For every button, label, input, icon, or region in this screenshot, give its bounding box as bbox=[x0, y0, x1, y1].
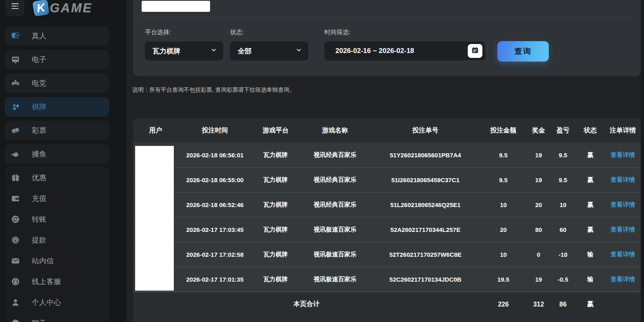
table-row: 2026-02-18 06:55:00 瓦力棋牌 视讯经典百家乐 51I2602… bbox=[133, 168, 641, 192]
sidebar-item[interactable]: 真人 bbox=[5, 26, 109, 46]
redacted-field bbox=[142, 1, 210, 12]
status-select-value: 全部 bbox=[238, 46, 252, 56]
platform-select-value: 瓦力棋牌 bbox=[153, 46, 180, 56]
svg-text:¥: ¥ bbox=[14, 238, 17, 242]
sidebar-item[interactable]: 捕鱼 bbox=[5, 144, 109, 164]
fish-icon bbox=[11, 149, 20, 159]
cell-platform: 瓦力棋牌 bbox=[252, 192, 299, 217]
gamepad-icon bbox=[11, 78, 20, 88]
cell-status: 赢 bbox=[576, 168, 605, 192]
sidebar-item-label: 站内信 bbox=[32, 256, 54, 266]
status-filter-group: 状态: 全部 bbox=[230, 29, 308, 60]
cell-game: 视讯经典百家乐 bbox=[299, 192, 371, 217]
cell-profit: -10 bbox=[550, 242, 576, 267]
sidebar-item[interactable]: 个人中心 bbox=[5, 292, 109, 313]
cell-order: 51L260218065246Q25E1 bbox=[371, 192, 480, 217]
cell-amount: 10 bbox=[480, 242, 527, 267]
platform-label: 平台选择: bbox=[145, 29, 223, 36]
col-header-game: 游戏名称 bbox=[299, 118, 371, 143]
cell-order: 52A260217170344L257E bbox=[371, 217, 480, 242]
view-detail-link[interactable]: 查看详情 bbox=[611, 151, 635, 158]
sidebar-item-label: 捕鱼 bbox=[32, 149, 46, 159]
sidebar-item[interactable]: 优惠 bbox=[5, 167, 109, 188]
withdraw-icon: ¥ bbox=[11, 235, 20, 245]
cell-bet-time: 2026-02-18 06:55:00 bbox=[178, 168, 252, 192]
sidebar-item[interactable]: 彩票 bbox=[5, 121, 109, 140]
cell-profit: 9.5 bbox=[550, 143, 576, 168]
bet-records-table: 用户 投注时间 游戏平台 游戏名称 投注单号 投注金额 奖金 盈亏 状态 注单详… bbox=[133, 118, 641, 316]
cell-game: 视讯经典百家乐 bbox=[299, 168, 371, 192]
view-detail-link[interactable]: 查看详情 bbox=[611, 276, 635, 282]
sidebar-item-label: 彩票 bbox=[32, 126, 46, 135]
cell-order: 51Y260218065601PB7A4 bbox=[371, 143, 480, 168]
sidebar-item-label: 真人 bbox=[32, 31, 46, 41]
table-row: 2026-02-17 17:02:58 瓦力棋牌 视讯极速百家乐 52T2602… bbox=[133, 242, 641, 267]
cell-amount: 9.5 bbox=[480, 143, 527, 168]
cards-icon bbox=[11, 31, 20, 41]
cell-profit: 60 bbox=[550, 217, 576, 242]
table-row: 2026-02-18 06:56:01 瓦力棋牌 视讯经典百家乐 51Y2602… bbox=[133, 143, 641, 168]
menu-toggle-button[interactable] bbox=[6, 0, 24, 16]
bet-records-table-panel: 用户 投注时间 游戏平台 游戏名称 投注单号 投注金额 奖金 盈亏 状态 注单详… bbox=[133, 118, 641, 322]
chevron-down-icon bbox=[296, 47, 302, 55]
time-filter-group: 时间筛选: 2026-02-16 ~ 2026-02-18 bbox=[324, 29, 485, 60]
slot-icon: 777 bbox=[11, 55, 20, 64]
cell-game: 视讯经典百家乐 bbox=[299, 143, 371, 168]
right-edge-strip bbox=[641, 0, 644, 322]
cell-bet-time: 2026-02-17 17:02:58 bbox=[178, 242, 252, 267]
cell-game: 视讯极速百家乐 bbox=[299, 267, 371, 292]
cell-status: 赢 bbox=[576, 217, 605, 242]
status-select[interactable]: 全部 bbox=[230, 42, 308, 60]
sidebar-item[interactable]: 转账 bbox=[5, 209, 109, 229]
hamburger-icon bbox=[10, 1, 20, 13]
col-header-bet-time: 投注时间 bbox=[178, 118, 252, 143]
cell-order: 51I260218065459C37C1 bbox=[371, 168, 480, 192]
status-label: 状态: bbox=[230, 29, 308, 36]
cell-prize: 19 bbox=[527, 168, 550, 192]
sidebar-item-label: 棋牌 bbox=[32, 102, 46, 112]
redacted-user-column bbox=[135, 146, 174, 291]
chat-icon bbox=[11, 318, 20, 322]
logo-k-tile: K bbox=[33, 0, 50, 16]
cell-bet-time: 2026-02-17 17:03:45 bbox=[178, 217, 252, 242]
cell-status: 赢 bbox=[576, 192, 605, 217]
sidebar-item-label: 提款 bbox=[32, 235, 46, 245]
sidebar-item[interactable]: 线上客服 bbox=[5, 271, 109, 292]
view-detail-link[interactable]: 查看详情 bbox=[611, 251, 635, 258]
sidebar-item[interactable]: 棋牌 bbox=[5, 97, 109, 117]
ticket-icon bbox=[11, 126, 20, 135]
summary-profit: 86 bbox=[550, 292, 576, 316]
wallet-icon bbox=[11, 194, 20, 203]
query-button[interactable]: 查询 bbox=[497, 41, 549, 62]
query-note: 说明：所有平台查询不包括彩票, 查询彩票请下拉筛选单独查询。 bbox=[132, 86, 295, 94]
view-detail-link[interactable]: 查看详情 bbox=[611, 201, 635, 208]
cell-prize: 20 bbox=[527, 192, 550, 217]
transfer-icon bbox=[11, 214, 20, 224]
calendar-picker-button[interactable] bbox=[468, 44, 482, 58]
calendar-icon bbox=[471, 46, 480, 57]
sidebar-header: K GAME bbox=[0, 0, 126, 20]
cell-platform: 瓦力棋牌 bbox=[252, 143, 299, 168]
sidebar-item[interactable]: ¥ 提款 bbox=[5, 229, 109, 250]
date-range-input[interactable]: 2026-02-16 ~ 2026-02-18 bbox=[324, 42, 485, 60]
cell-platform: 瓦力棋牌 bbox=[252, 242, 299, 267]
cell-prize: 19 bbox=[527, 267, 550, 292]
chevron-down-icon bbox=[211, 47, 217, 55]
sidebar-item[interactable]: 聊天 bbox=[5, 313, 109, 322]
cell-status: 输 bbox=[576, 267, 605, 292]
sidebar-item-label: 线上客服 bbox=[32, 277, 61, 287]
table-header-row: 用户 投注时间 游戏平台 游戏名称 投注单号 投注金额 奖金 盈亏 状态 注单详… bbox=[133, 118, 641, 143]
sidebar-item-label: 聊天 bbox=[32, 318, 46, 322]
platform-select[interactable]: 瓦力棋牌 bbox=[145, 42, 223, 60]
sidebar-item-label: 优惠 bbox=[32, 173, 46, 183]
view-detail-link[interactable]: 查看详情 bbox=[611, 226, 635, 233]
divider bbox=[142, 17, 632, 18]
cell-platform: 瓦力棋牌 bbox=[252, 217, 299, 242]
sidebar-item[interactable]: 站内信 bbox=[5, 250, 109, 271]
view-detail-link[interactable]: 查看详情 bbox=[611, 176, 635, 183]
sidebar-item[interactable]: 777 电子 bbox=[5, 50, 109, 69]
summary-amount: 226 bbox=[480, 292, 527, 316]
sidebar-item[interactable]: 充值 bbox=[5, 188, 109, 209]
sidebar-item[interactable]: 电竞 bbox=[5, 73, 109, 93]
cell-amount: 19.5 bbox=[480, 267, 527, 292]
